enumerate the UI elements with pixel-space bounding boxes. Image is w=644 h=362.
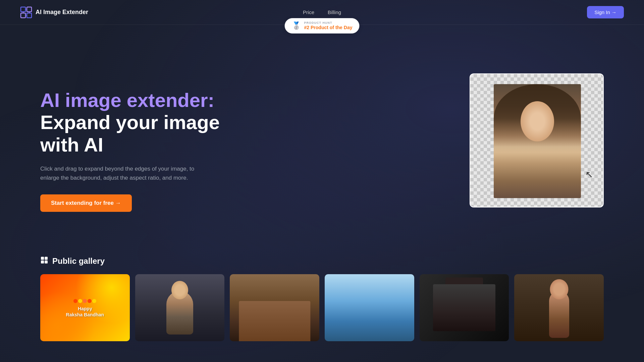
gallery-title: Public gallery <box>40 256 604 266</box>
furniture <box>239 301 310 341</box>
gallery-item-3-bg <box>230 274 319 341</box>
gallery-item-building[interactable] <box>420 274 509 341</box>
gallery-icon <box>40 256 48 266</box>
raksha-text: HappyRaksha Bandhan <box>66 306 104 318</box>
logo[interactable]: AI Image Extender <box>20 6 88 18</box>
badge-section: 🥈 PRODUCT HUNT #2 Product of the Day <box>0 25 644 32</box>
cta-button[interactable]: Start extending for free → <box>40 194 132 212</box>
sign-in-button[interactable]: Sign In → <box>587 6 624 18</box>
gallery-item-interior[interactable] <box>230 274 319 341</box>
gallery-item-5-bg <box>420 274 509 341</box>
hero-heading: AI image extender: Expand your image wit… <box>40 89 248 156</box>
hero-subtext: Click and drag to expand beyond the edge… <box>40 164 208 182</box>
hero-right: ↖ <box>470 73 604 207</box>
gallery-grid: HappyRaksha Bandhan <box>40 274 604 341</box>
person-silhouette-2 <box>549 291 569 338</box>
gallery-item-2-bg <box>135 274 225 341</box>
cursor-icon: ↖ <box>585 169 593 180</box>
navbar: AI Image Extender Price Billing Sign In … <box>0 0 644 25</box>
gallery-section: Public gallery HappyRaksha Bandhan <box>0 249 644 355</box>
svg-rect-11 <box>45 260 48 263</box>
gallery-item-4-bg <box>325 274 414 341</box>
preview-photo <box>494 84 581 198</box>
decorative-flags <box>72 298 98 304</box>
svg-rect-8 <box>41 257 44 260</box>
hero-section: AI image extender: Expand your image wit… <box>0 32 644 249</box>
nav-links: Price Billing <box>303 9 341 15</box>
logo-icon <box>20 6 32 18</box>
hero-heading-colored: AI image extender: <box>40 89 214 111</box>
svg-rect-3 <box>27 13 32 18</box>
hero-heading-white: Expand your image with AI <box>40 111 220 156</box>
svg-rect-9 <box>45 257 48 260</box>
gallery-title-text: Public gallery <box>52 256 105 266</box>
nav-link-billing[interactable]: Billing <box>328 9 341 15</box>
gallery-item-1-bg: HappyRaksha Bandhan <box>40 274 130 341</box>
hero-left: AI image extender: Expand your image wit… <box>40 69 248 212</box>
gallery-item-6-bg <box>514 274 604 341</box>
svg-rect-2 <box>27 7 32 12</box>
nav-link-price[interactable]: Price <box>303 9 314 15</box>
logo-text: AI Image Extender <box>36 9 88 16</box>
preview-photo-inner <box>494 84 581 198</box>
gallery-item-portrait1[interactable] <box>135 274 225 341</box>
gallery-item-sky[interactable] <box>325 274 414 341</box>
person-silhouette-1 <box>166 291 193 335</box>
image-preview: ↖ <box>470 73 604 207</box>
building-shape <box>433 284 496 331</box>
ph-title: #2 Product of the Day <box>304 25 353 31</box>
svg-rect-1 <box>21 13 25 18</box>
svg-rect-10 <box>41 260 44 263</box>
gallery-item-raksha[interactable]: HappyRaksha Bandhan <box>40 274 130 341</box>
svg-rect-0 <box>21 7 25 12</box>
gallery-item-portrait2[interactable] <box>514 274 604 341</box>
